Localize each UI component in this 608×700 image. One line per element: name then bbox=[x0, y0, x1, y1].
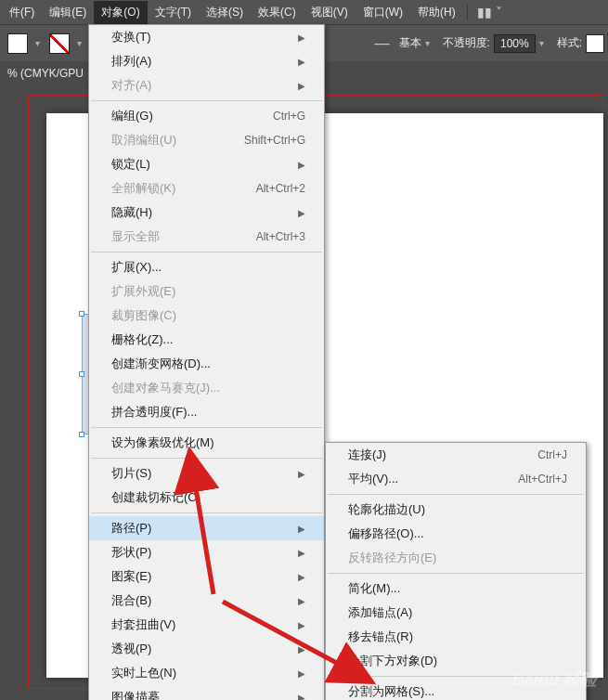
object-menu-item[interactable]: 混合(B)▶ bbox=[89, 589, 324, 613]
menu-item-label: 图像描摹 bbox=[111, 689, 160, 700]
object-menu-item[interactable]: 设为像素级优化(M) bbox=[89, 431, 324, 455]
object-menu-item[interactable]: 创建渐变网格(D)... bbox=[89, 352, 324, 376]
object-menu-item: 裁剪图像(C) bbox=[89, 304, 324, 328]
object-menu-item[interactable]: 路径(P)▶ bbox=[89, 516, 324, 540]
menu-item-label: 显示全部 bbox=[111, 228, 160, 245]
basic-label: 基本 bbox=[399, 35, 421, 51]
path-submenu-item[interactable]: 移去锚点(R) bbox=[326, 625, 586, 649]
chevron-down-icon[interactable]: ▾ bbox=[539, 38, 544, 48]
submenu-arrow-icon: ▶ bbox=[298, 596, 305, 606]
submenu-arrow-icon: ▶ bbox=[298, 81, 305, 91]
object-menu-item[interactable]: 形状(P)▶ bbox=[89, 540, 324, 564]
object-menu-item[interactable]: 栅格化(Z)... bbox=[89, 328, 324, 352]
object-menu-item: 显示全部Alt+Ctrl+3 bbox=[89, 225, 324, 249]
menu-item-label: 创建渐变网格(D)... bbox=[111, 356, 211, 372]
chevron-down-icon[interactable]: ▾ bbox=[35, 38, 40, 48]
menu-item-label: 编组(G) bbox=[111, 108, 153, 124]
object-menu-item[interactable]: 变换(T)▶ bbox=[89, 25, 324, 49]
menu-item-label: 取消编组(U) bbox=[111, 132, 176, 149]
menu-window[interactable]: 窗口(W) bbox=[356, 1, 410, 24]
style-label: 样式: bbox=[557, 35, 582, 51]
workspace-icon[interactable]: ▮▮ ˅ bbox=[477, 5, 502, 19]
menubar: 件(F) 编辑(E) 对象(O) 文字(T) 选择(S) 效果(C) 视图(V)… bbox=[0, 0, 608, 24]
menu-item-label: 平均(V)... bbox=[348, 471, 398, 487]
menu-view[interactable]: 视图(V) bbox=[304, 1, 356, 24]
object-menu-item[interactable]: 扩展(X)... bbox=[89, 255, 324, 279]
object-menu-item[interactable]: 封套扭曲(V)▶ bbox=[89, 613, 324, 637]
menu-item-label: 混合(B) bbox=[111, 592, 151, 609]
menu-item-label: 路径(P) bbox=[111, 520, 151, 537]
path-submenu-item[interactable]: 简化(M)... bbox=[326, 577, 586, 601]
menu-select[interactable]: 选择(S) bbox=[199, 1, 251, 24]
stroke-swatch[interactable] bbox=[49, 33, 70, 54]
object-menu: 变换(T)▶排列(A)▶对齐(A)▶编组(G)Ctrl+G取消编组(U)Shif… bbox=[88, 24, 325, 700]
menu-shortcut: Alt+Ctrl+2 bbox=[256, 182, 305, 195]
menu-item-label: 栅格化(Z)... bbox=[111, 331, 173, 348]
menu-item-label: 透视(P) bbox=[111, 641, 151, 657]
menu-item-label: 全部解锁(K) bbox=[111, 180, 175, 197]
menu-item-label: 创建对象马赛克(J)... bbox=[111, 380, 220, 396]
menu-shortcut: Ctrl+G bbox=[273, 110, 305, 123]
path-submenu-item[interactable]: 平均(V)...Alt+Ctrl+J bbox=[326, 467, 586, 491]
path-submenu-item[interactable]: 添加锚点(A) bbox=[326, 601, 586, 625]
object-menu-item[interactable]: 透视(P)▶ bbox=[89, 637, 324, 661]
menu-item-label: 对齐(A) bbox=[111, 77, 151, 94]
object-menu-item[interactable]: 排列(A)▶ bbox=[89, 49, 324, 73]
menu-item-label: 图案(E) bbox=[111, 568, 151, 585]
object-menu-item[interactable]: 图像描摹▶ bbox=[89, 685, 324, 700]
chevron-down-icon[interactable]: ▾ bbox=[77, 38, 82, 48]
opacity-label: 不透明度: bbox=[443, 35, 490, 51]
menu-shortcut: Alt+Ctrl+3 bbox=[256, 230, 305, 243]
menu-item-label: 锁定(L) bbox=[111, 156, 150, 173]
menu-help[interactable]: 帮助(H) bbox=[410, 1, 463, 24]
path-submenu-item[interactable]: 连接(J)Ctrl+J bbox=[326, 443, 586, 467]
submenu-arrow-icon: ▶ bbox=[298, 469, 305, 479]
style-swatch[interactable] bbox=[586, 34, 604, 53]
menu-item-label: 设为像素级优化(M) bbox=[111, 434, 214, 451]
menu-effect[interactable]: 效果(C) bbox=[251, 1, 304, 24]
menu-edit[interactable]: 编辑(E) bbox=[42, 1, 94, 24]
path-submenu-item: 反转路径方向(E) bbox=[326, 546, 586, 570]
opacity-input[interactable]: 100% bbox=[494, 34, 536, 53]
submenu-arrow-icon: ▶ bbox=[298, 208, 305, 218]
object-menu-item: 全部解锁(K)Alt+Ctrl+2 bbox=[89, 176, 324, 201]
menu-item-label: 实时上色(N) bbox=[111, 665, 176, 681]
menu-item-label: 排列(A) bbox=[111, 53, 151, 70]
watermark: Baidu 经验 bbox=[512, 668, 597, 691]
menu-file[interactable]: 件(F) bbox=[2, 1, 42, 24]
object-menu-item[interactable]: 切片(S)▶ bbox=[89, 461, 324, 486]
menu-item-label: 轮廓化描边(U) bbox=[348, 501, 425, 518]
menu-item-label: 简化(M)... bbox=[348, 580, 400, 597]
object-menu-item[interactable]: 拼合透明度(F)... bbox=[89, 400, 324, 424]
object-menu-item[interactable]: 编组(G)Ctrl+G bbox=[89, 104, 324, 128]
submenu-arrow-icon: ▶ bbox=[298, 57, 305, 67]
submenu-arrow-icon: ▶ bbox=[298, 572, 305, 582]
menu-shortcut: Shift+Ctrl+G bbox=[244, 134, 305, 147]
menu-item-label: 变换(T) bbox=[111, 29, 151, 45]
chevron-down-icon[interactable]: ▾ bbox=[425, 38, 430, 48]
menu-item-label: 形状(P) bbox=[111, 544, 151, 561]
object-menu-item[interactable]: 隐藏(H)▶ bbox=[89, 201, 324, 225]
submenu-arrow-icon: ▶ bbox=[298, 160, 305, 170]
menu-item-label: 分割下方对象(D) bbox=[348, 653, 437, 669]
menu-object[interactable]: 对象(O) bbox=[94, 1, 147, 24]
object-menu-item[interactable]: 锁定(L)▶ bbox=[89, 152, 324, 176]
menu-item-label: 扩展外观(E) bbox=[111, 283, 175, 300]
object-menu-item: 扩展外观(E) bbox=[89, 279, 324, 304]
object-menu-item[interactable]: 实时上色(N)▶ bbox=[89, 661, 324, 685]
submenu-arrow-icon: ▶ bbox=[298, 620, 305, 630]
menu-item-label: 偏移路径(O)... bbox=[348, 525, 424, 542]
object-menu-item[interactable]: 图案(E)▶ bbox=[89, 564, 324, 589]
menu-text[interactable]: 文字(T) bbox=[148, 1, 199, 24]
path-submenu-item[interactable]: 轮廓化描边(U) bbox=[326, 498, 586, 522]
menu-item-label: 反转路径方向(E) bbox=[348, 550, 436, 566]
path-submenu-item[interactable]: 偏移路径(O)... bbox=[326, 522, 586, 546]
menu-item-label: 添加锚点(A) bbox=[348, 604, 412, 621]
menu-item-label: 裁剪图像(C) bbox=[111, 307, 176, 324]
submenu-arrow-icon: ▶ bbox=[298, 668, 305, 679]
fill-swatch[interactable] bbox=[7, 33, 28, 54]
menu-item-label: 隐藏(H) bbox=[111, 204, 152, 221]
object-menu-item: 取消编组(U)Shift+Ctrl+G bbox=[89, 128, 324, 152]
object-menu-item[interactable]: 创建裁切标记(C) bbox=[89, 486, 324, 510]
menu-item-label: 拼合透明度(F)... bbox=[111, 404, 197, 421]
